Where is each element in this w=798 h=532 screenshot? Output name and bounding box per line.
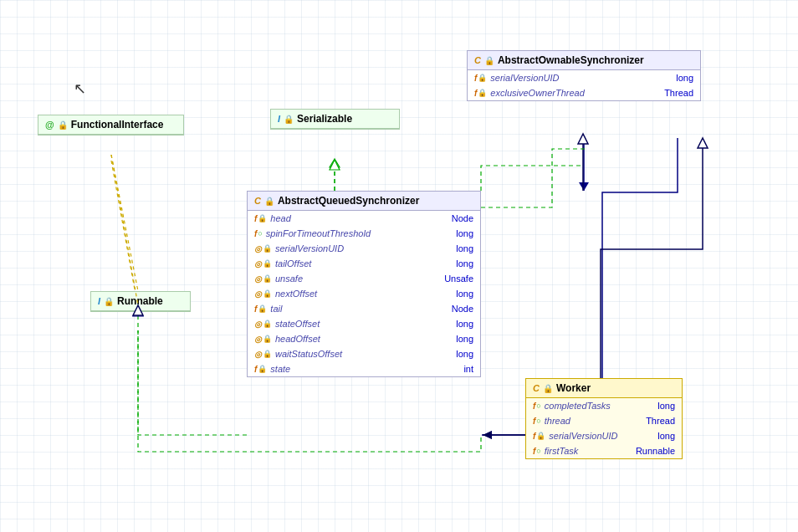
- svg-marker-11: [330, 160, 340, 170]
- box-ser-header: I 🔒 Serializable: [271, 110, 399, 129]
- field-type: long: [657, 401, 675, 411]
- box-runnable: I 🔒 Runnable: [90, 291, 191, 312]
- field-type: long: [456, 258, 473, 269]
- field-type: Thread: [646, 416, 675, 426]
- field-name: state: [270, 364, 460, 374]
- worker-field-completedTasks: f ○ completedTasks long: [526, 398, 682, 413]
- field-type: long: [456, 349, 473, 359]
- field-name: completedTasks: [545, 401, 654, 411]
- field-name: spinForTimeoutThreshold: [266, 228, 453, 238]
- worker-field-serialVersionUID: f 🔒 serialVersionUID long: [526, 428, 682, 443]
- aqs-field-tailOffset: ◎ 🔒 tailOffset long: [248, 256, 480, 271]
- box-abstract-queued-synchronizer: C 🔒 AbstractQueuedSynchronizer f 🔒 head …: [247, 191, 481, 377]
- svg-line-12: [111, 155, 138, 305]
- aqs-field-unsafe: ◎ 🔒 unsafe Unsafe: [248, 271, 480, 286]
- field-name: serialVersionUID: [549, 431, 654, 441]
- aos-field-exclusiveOwnerThread: f 🔒 exclusiveOwnerThread Thread: [468, 85, 700, 100]
- field-name: firstTask: [545, 446, 632, 456]
- field-lock-icon: 🔒: [263, 320, 272, 328]
- lock-icon: 🔒: [284, 115, 294, 124]
- field-type: long: [456, 319, 473, 329]
- field-f-icon: f: [474, 74, 477, 83]
- annotation-icon: @: [45, 120, 54, 130]
- aqs-field-nextOffset: ◎ 🔒 nextOffset long: [248, 286, 480, 301]
- field-lock-icon: 🔒: [263, 335, 272, 343]
- field-open-icon: ○: [258, 229, 262, 238]
- svg-marker-1: [579, 182, 589, 191]
- class-icon: C: [254, 196, 261, 206]
- field-name: serialVersionUID: [490, 73, 673, 83]
- interface-icon: I: [278, 114, 280, 124]
- lock-icon: 🔒: [58, 120, 68, 130]
- field-lock-icon: 🔒: [536, 432, 545, 440]
- class-icon: C: [533, 383, 540, 393]
- svg-line-18: [111, 155, 138, 291]
- worker-field-thread: f ○ thread Thread: [526, 413, 682, 428]
- field-open-icon: ○: [536, 447, 540, 455]
- field-pkg-icon: ◎: [254, 289, 262, 299]
- box-functional-interface: @ 🔒 FunctionalInterface: [38, 115, 184, 136]
- field-f-icon: f: [533, 432, 535, 441]
- field-f-icon: f: [533, 447, 535, 456]
- svg-marker-17: [698, 138, 708, 148]
- field-f-icon: f: [254, 214, 257, 223]
- aqs-field-serialVersionUID: ◎ 🔒 serialVersionUID long: [248, 241, 480, 256]
- svg-marker-9: [578, 134, 588, 144]
- box-aos-header: C 🔒 AbstractOwnableSynchronizer: [468, 51, 700, 70]
- svg-marker-3: [330, 159, 340, 167]
- field-lock-icon: 🔒: [478, 74, 487, 82]
- field-name: nextOffset: [275, 289, 453, 299]
- field-f-icon: f: [254, 229, 257, 238]
- ser-title: Serializable: [297, 113, 352, 125]
- field-lock-icon: 🔒: [258, 214, 267, 223]
- lock-icon: 🔒: [543, 384, 553, 393]
- field-f-icon: f: [254, 304, 257, 314]
- field-pkg-icon: ◎: [254, 320, 262, 329]
- aqs-field-head: f 🔒 head Node: [248, 211, 480, 226]
- field-name: waitStatusOffset: [275, 349, 453, 359]
- fi-title: FunctionalInterface: [71, 119, 164, 130]
- field-pkg-icon: ◎: [254, 244, 262, 253]
- interface-icon: I: [98, 296, 100, 306]
- field-name: serialVersionUID: [275, 243, 453, 253]
- worker-title: Worker: [556, 382, 591, 394]
- aqs-field-tail: f 🔒 tail Node: [248, 301, 480, 316]
- field-lock-icon: 🔒: [263, 244, 272, 253]
- field-name: thread: [545, 416, 642, 426]
- field-lock-icon: 🔒: [263, 259, 272, 268]
- box-fi-header: @ 🔒 FunctionalInterface: [38, 115, 183, 135]
- aqs-field-stateOffset: ◎ 🔒 stateOffset long: [248, 316, 480, 331]
- field-lock-icon: 🔒: [478, 89, 487, 97]
- field-pkg-icon: ◎: [254, 350, 262, 359]
- box-worker-header: C 🔒 Worker: [526, 379, 682, 398]
- field-type: Node: [452, 304, 473, 314]
- field-name: exclusiveOwnerThread: [490, 88, 661, 98]
- field-name: unsafe: [275, 274, 441, 284]
- worker-field-firstTask: f ○ firstTask Runnable: [526, 443, 682, 458]
- field-type: Node: [452, 213, 473, 223]
- field-type: Unsafe: [444, 274, 473, 284]
- lock-icon: 🔒: [264, 197, 274, 206]
- field-lock-icon: 🔒: [258, 365, 267, 373]
- aos-title: AbstractOwnableSynchronizer: [498, 54, 644, 66]
- class-icon: C: [474, 55, 481, 65]
- field-lock-icon: 🔒: [263, 274, 272, 283]
- field-f-icon: f: [533, 417, 535, 426]
- field-lock-icon: 🔒: [263, 289, 272, 298]
- cursor-icon: ↖: [74, 79, 86, 98]
- field-open-icon: ○: [536, 402, 540, 410]
- field-type: long: [676, 73, 693, 83]
- box-abstract-ownable-synchronizer: C 🔒 AbstractOwnableSynchronizer f 🔒 seri…: [467, 50, 701, 101]
- box-worker: C 🔒 Worker f ○ completedTasks long f ○ t…: [525, 378, 683, 459]
- field-type: long: [456, 228, 473, 238]
- aqs-field-state: f 🔒 state int: [248, 361, 480, 376]
- field-type: long: [456, 289, 473, 299]
- field-f-icon: f: [533, 402, 535, 411]
- aqs-field-waitStatusOffset: ◎ 🔒 waitStatusOffset long: [248, 346, 480, 361]
- box-aqs-header: C 🔒 AbstractQueuedSynchronizer: [248, 192, 480, 211]
- field-type: long: [456, 334, 473, 344]
- field-type: Thread: [664, 88, 693, 98]
- field-f-icon: f: [254, 365, 257, 374]
- box-serializable: I 🔒 Serializable: [270, 109, 400, 130]
- field-type: Runnable: [636, 446, 675, 456]
